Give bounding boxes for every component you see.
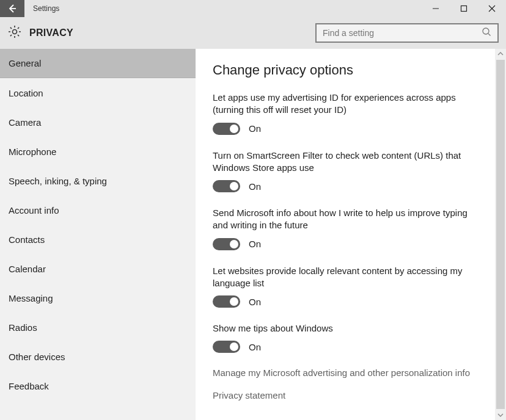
- arrow-left-icon: [7, 3, 18, 14]
- toggle-switch[interactable]: [213, 238, 240, 250]
- sidebar-item-calendar[interactable]: Calendar: [0, 254, 196, 283]
- search-input[interactable]: [323, 28, 482, 38]
- sidebar-item-location[interactable]: Location: [0, 78, 196, 107]
- sidebar-item-label: Location: [9, 88, 43, 98]
- setting-desc: Turn on SmartScreen Filter to check web …: [213, 150, 478, 175]
- setting-language-list: Let websites provide locally relevant co…: [213, 265, 478, 308]
- setting-windows-tips: Show me tips about Windows On: [213, 322, 478, 353]
- sidebar-item-account-info[interactable]: Account info: [0, 195, 196, 225]
- setting-typing-info: Send Microsoft info about how I write to…: [213, 207, 478, 250]
- toggle-switch[interactable]: [213, 123, 240, 135]
- sidebar-item-label: Microphone: [9, 147, 56, 157]
- sidebar: General Location Camera Microphone Speec…: [0, 49, 196, 420]
- sidebar-item-label: Speech, inking, & typing: [9, 176, 107, 186]
- close-icon: [488, 5, 496, 12]
- back-button[interactable]: [0, 0, 24, 17]
- toggle-switch[interactable]: [213, 341, 240, 353]
- content-area: Change privacy options Let apps use my a…: [196, 49, 506, 420]
- sidebar-item-label: Other devices: [9, 352, 65, 362]
- sidebar-item-other-devices[interactable]: Other devices: [0, 342, 196, 371]
- gear-icon: [7, 24, 22, 42]
- svg-point-2: [483, 28, 489, 34]
- sidebar-item-camera[interactable]: Camera: [0, 107, 196, 137]
- main: General Location Camera Microphone Speec…: [0, 49, 506, 420]
- header-row: PRIVACY: [0, 17, 506, 49]
- sidebar-item-label: General: [9, 58, 41, 68]
- setting-desc: Send Microsoft info about how I write to…: [213, 207, 478, 232]
- toggle-label: On: [249, 181, 261, 192]
- sidebar-item-label: Messaging: [9, 293, 53, 303]
- maximize-button[interactable]: [450, 0, 478, 17]
- sidebar-item-contacts[interactable]: Contacts: [0, 225, 196, 254]
- sidebar-item-radios[interactable]: Radios: [0, 313, 196, 342]
- sidebar-item-label: Calendar: [9, 264, 46, 274]
- search-icon: [482, 27, 491, 39]
- window-title: Settings: [24, 4, 59, 13]
- minimize-button[interactable]: [422, 0, 450, 17]
- toggle-row: On: [213, 295, 478, 308]
- sidebar-item-messaging[interactable]: Messaging: [0, 283, 196, 313]
- scrollbar[interactable]: [495, 49, 506, 420]
- toggle-switch[interactable]: [213, 295, 240, 308]
- sidebar-item-speech[interactable]: Speech, inking, & typing: [0, 166, 196, 195]
- toggle-row: On: [213, 341, 478, 353]
- minimize-icon: [432, 5, 439, 12]
- sidebar-item-microphone[interactable]: Microphone: [0, 137, 196, 166]
- toggle-row: On: [213, 238, 478, 250]
- scroll-up-icon[interactable]: [496, 49, 505, 59]
- maximize-icon: [460, 5, 468, 12]
- sidebar-item-label: Camera: [9, 117, 41, 128]
- setting-desc: Let websites provide locally relevant co…: [213, 265, 478, 290]
- section-label: PRIVACY: [29, 27, 73, 38]
- search-box[interactable]: [315, 23, 499, 43]
- sidebar-item-label: Contacts: [9, 234, 45, 245]
- toggle-row: On: [213, 180, 478, 192]
- setting-desc: Let apps use my advertising ID for exper…: [213, 92, 478, 117]
- page-title: Change privacy options: [213, 62, 478, 78]
- scroll-thumb[interactable]: [496, 60, 505, 409]
- sidebar-item-feedback[interactable]: Feedback: [0, 371, 196, 400]
- sidebar-item-general[interactable]: General: [0, 49, 196, 78]
- titlebar: Settings: [0, 0, 506, 17]
- close-button[interactable]: [478, 0, 506, 17]
- setting-smartscreen: Turn on SmartScreen Filter to check web …: [213, 150, 478, 193]
- content: Change privacy options Let apps use my a…: [196, 49, 495, 420]
- toggle-switch[interactable]: [213, 180, 240, 192]
- sidebar-item-label: Account info: [9, 205, 59, 215]
- sidebar-item-label: Radios: [9, 322, 37, 333]
- toggle-label: On: [249, 342, 261, 352]
- toggle-row: On: [213, 123, 478, 135]
- scroll-down-icon[interactable]: [496, 410, 505, 420]
- link-manage-advertising[interactable]: Manage my Microsoft advertising and othe…: [213, 368, 478, 378]
- toggle-label: On: [249, 297, 261, 307]
- svg-rect-0: [461, 6, 467, 12]
- link-privacy-statement[interactable]: Privacy statement: [213, 390, 478, 400]
- setting-advertising-id: Let apps use my advertising ID for exper…: [213, 92, 478, 135]
- window-controls: [422, 0, 506, 17]
- toggle-label: On: [249, 123, 261, 134]
- svg-point-1: [13, 30, 17, 34]
- setting-desc: Show me tips about Windows: [213, 322, 478, 335]
- toggle-label: On: [249, 239, 261, 249]
- sidebar-item-label: Feedback: [9, 381, 49, 391]
